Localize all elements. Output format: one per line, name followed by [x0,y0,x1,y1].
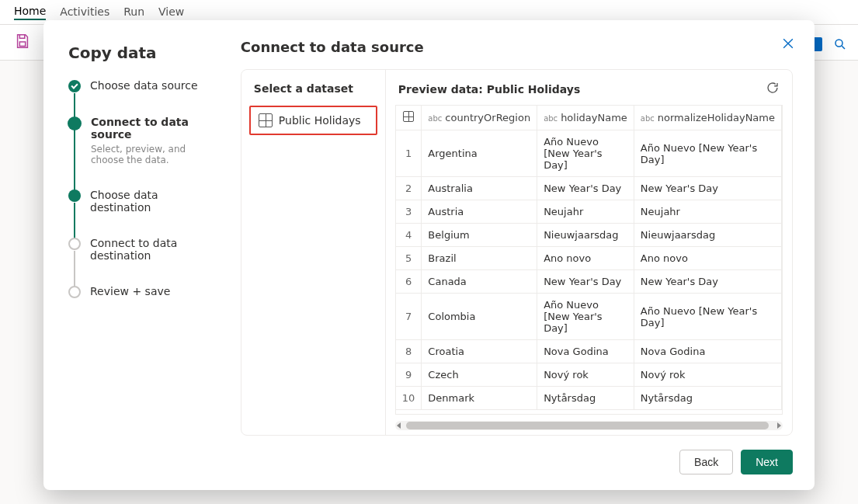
step-label: Review + save [90,285,170,297]
svg-rect-0 [19,42,25,46]
table-row[interactable]: 7ColombiaAño Nuevo [New Year's Day]Año N… [396,294,782,340]
column-name: countryOrRegion [445,112,530,123]
back-button[interactable]: Back [679,450,733,474]
step-label: Connect to data destination [90,237,205,262]
table-row[interactable]: 2AustraliaNew Year's DayNew Year's Day [396,177,782,200]
step-connect-to-data-source[interactable]: Connect to data source Select, preview, … [68,116,205,189]
step-connect-to-data-destination[interactable]: Connect to data destination [68,237,205,285]
cell-countryOrRegion: Colombia [422,294,537,340]
cell-countryOrRegion: Brazil [422,247,537,270]
preview-panel: Preview data: Public Holidays abccountry… [386,70,792,435]
step-bullet-icon [68,116,82,130]
cell-normalizeHolidayName: New Year's Day [634,177,781,200]
page-title: Connect to data source [241,39,793,55]
step-label: Connect to data source [91,116,205,141]
cell-normalizeHolidayName: Año Nuevo [New Year's Day] [634,294,781,340]
row-number: 5 [396,247,422,270]
cell-normalizeHolidayName: Nieuwjaarsdag [634,224,781,247]
table-icon [403,111,414,122]
column-name: holidayName [561,112,627,123]
step-sublabel: Select, preview, and choose the data. [91,144,205,165]
cell-countryOrRegion: Denmark [422,387,537,410]
column-type: abc [544,114,558,123]
cell-normalizeHolidayName: New Year's Day [634,270,781,294]
cell-countryOrRegion: Australia [422,177,537,200]
column-type: abc [428,114,442,123]
preview-title: Preview data: Public Holidays [398,83,580,96]
ribbon-tab-view[interactable]: View [158,5,184,19]
table-row[interactable]: 8CroatiaNova GodinaNova Godina [396,340,782,363]
row-number: 10 [396,387,422,410]
cell-normalizeHolidayName: Neujahr [634,200,781,224]
table-row[interactable]: 10DenmarkNytårsdagNytårsdag [396,387,782,410]
row-number: 8 [396,340,422,363]
step-bullet-icon [68,189,81,202]
save-icon[interactable] [14,33,31,52]
ribbon-tab-run[interactable]: Run [123,5,144,19]
cell-countryOrRegion: Canada [422,270,537,294]
cell-normalizeHolidayName: Nytårsdag [634,387,781,410]
column-header[interactable]: abcholidayName [537,106,634,130]
row-header-icon-cell [396,106,422,130]
cell-countryOrRegion: Belgium [422,224,537,247]
table-row[interactable]: 6CanadaNew Year's DayNew Year's Day [396,270,782,294]
next-button[interactable]: Next [741,450,793,474]
table-row[interactable]: 4BelgiumNieuwjaarsdagNieuwjaarsdag [396,224,782,247]
dataset-item-public-holidays[interactable]: Public Holidays [249,106,377,135]
dataset-preview-card: Select a dataset Public Holidays Preview… [241,69,793,436]
preview-table-wrap[interactable]: abccountryOrRegion abcholidayName abcnor… [395,105,783,415]
step-review-save[interactable]: Review + save [68,285,205,298]
table-header-row: abccountryOrRegion abcholidayName abcnor… [396,106,782,130]
cell-holidayName: Año Nuevo [New Year's Day] [537,294,634,340]
dataset-item-label: Public Holidays [279,114,361,127]
cell-holidayName: Nova Godina [537,340,634,363]
row-number: 3 [396,200,422,224]
cell-normalizeHolidayName: Año Nuevo [New Year's Day] [634,130,781,177]
refresh-icon[interactable] [766,81,780,97]
cell-countryOrRegion: Argentina [422,130,537,177]
cell-normalizeHolidayName: Nový rok [634,363,781,387]
search-icon[interactable] [833,37,847,51]
cell-countryOrRegion: Austria [422,200,537,224]
step-label: Choose data destination [90,189,205,214]
cell-holidayName: Nieuwjaarsdag [537,224,634,247]
cell-holidayName: Nový rok [537,363,634,387]
step-choose-data-source[interactable]: Choose data source [68,79,205,116]
column-header[interactable]: abcnormalizeHolidayName [634,106,781,130]
table-row[interactable]: 9CzechNový rokNový rok [396,363,782,387]
cell-normalizeHolidayName: Ano novo [634,247,781,270]
checkmark-icon [68,80,81,92]
ribbon-tab-activities[interactable]: Activities [60,5,109,19]
step-bullet-icon [68,286,81,298]
dataset-heading: Select a dataset [254,82,373,95]
column-header[interactable]: abccountryOrRegion [422,106,537,130]
dialog-content: Connect to data source Select a dataset … [222,20,815,490]
ribbon-tab-home[interactable]: Home [14,5,46,20]
close-icon[interactable] [780,36,796,54]
step-bullet-icon [68,238,81,250]
cell-holidayName: Nytårsdag [537,387,634,410]
dialog-footer: Back Next [241,436,793,474]
row-number: 9 [396,363,422,387]
table-row[interactable]: 3AustriaNeujahrNeujahr [396,200,782,224]
horizontal-scrollbar[interactable] [395,421,783,430]
cell-countryOrRegion: Czech [422,363,537,387]
step-label: Choose data source [90,79,198,92]
cell-holidayName: New Year's Day [537,270,634,294]
cell-holidayName: New Year's Day [537,177,634,200]
dataset-list: Select a dataset Public Holidays [241,70,386,435]
cell-normalizeHolidayName: Nova Godina [634,340,781,363]
svg-point-1 [835,40,842,47]
row-number: 6 [396,270,422,294]
column-type: abc [641,114,655,123]
wizard-title: Copy data [68,43,205,62]
table-row[interactable]: 5BrazilAno novoAno novo [396,247,782,270]
table-row[interactable]: 1ArgentinaAño Nuevo [New Year's Day]Año … [396,130,782,177]
cell-holidayName: Ano novo [537,247,634,270]
step-choose-data-destination[interactable]: Choose data destination [68,189,205,237]
cell-countryOrRegion: Croatia [422,340,537,363]
column-name: normalizeHolidayName [658,112,775,123]
row-number: 1 [396,130,422,177]
row-number: 7 [396,294,422,340]
table-icon [259,113,273,127]
